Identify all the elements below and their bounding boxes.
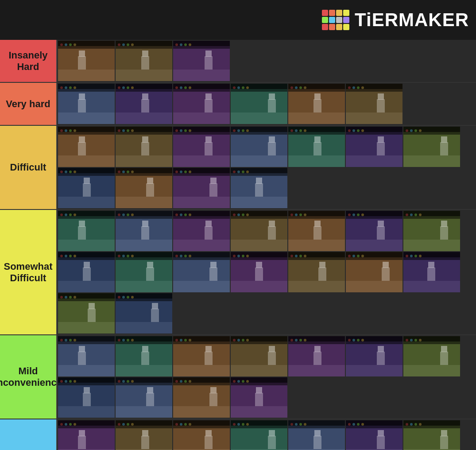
- list-item[interactable]: [346, 211, 402, 251]
- svg-rect-149: [346, 127, 402, 132]
- list-item[interactable]: [231, 377, 287, 418]
- svg-rect-251: [346, 240, 402, 251]
- list-item[interactable]: [58, 127, 115, 167]
- svg-rect-232: [268, 226, 276, 240]
- tier-row-somewhat-difficult: Somewhat Difficult: [0, 210, 476, 335]
- svg-rect-512: [313, 436, 321, 449]
- list-item[interactable]: [58, 41, 115, 81]
- svg-rect-359: [116, 293, 172, 299]
- svg-rect-93: [79, 136, 85, 143]
- tier-content-easy[interactable]: [56, 419, 476, 450]
- list-item[interactable]: [288, 211, 345, 251]
- list-item[interactable]: [173, 41, 230, 81]
- list-item[interactable]: [116, 211, 172, 251]
- svg-rect-212: [141, 226, 149, 240]
- svg-rect-233: [269, 221, 275, 227]
- svg-rect-513: [314, 430, 321, 436]
- list-item[interactable]: [58, 293, 115, 334]
- list-item[interactable]: [231, 252, 287, 292]
- svg-rect-123: [269, 136, 275, 143]
- list-item[interactable]: [403, 420, 460, 450]
- svg-rect-283: [147, 262, 153, 268]
- list-item[interactable]: [58, 377, 115, 418]
- list-item[interactable]: [231, 420, 287, 450]
- svg-rect-392: [268, 352, 276, 365]
- list-item[interactable]: [231, 168, 287, 208]
- list-item[interactable]: [116, 336, 172, 376]
- list-item[interactable]: [403, 336, 460, 376]
- svg-rect-322: [382, 268, 390, 281]
- svg-rect-9: [58, 41, 115, 46]
- tier-content-mild-inconvenience[interactable]: [56, 335, 476, 419]
- svg-rect-262: [440, 226, 448, 240]
- list-item[interactable]: [58, 252, 115, 292]
- list-item[interactable]: [173, 336, 230, 376]
- list-item[interactable]: [403, 127, 460, 167]
- list-item[interactable]: [58, 84, 115, 124]
- list-item[interactable]: [288, 336, 345, 376]
- svg-rect-499: [173, 420, 230, 426]
- list-item[interactable]: [231, 336, 287, 376]
- list-item[interactable]: [288, 420, 345, 450]
- list-item[interactable]: [173, 84, 230, 124]
- list-item[interactable]: [116, 127, 172, 167]
- list-item[interactable]: [116, 420, 172, 450]
- svg-rect-339: [403, 252, 460, 257]
- list-item[interactable]: [346, 420, 402, 450]
- svg-rect-69: [231, 84, 287, 89]
- list-item[interactable]: [116, 377, 172, 418]
- list-item[interactable]: [173, 420, 230, 450]
- list-item[interactable]: [346, 127, 402, 167]
- list-item[interactable]: [116, 293, 172, 334]
- svg-rect-341: [58, 322, 115, 334]
- list-item[interactable]: [173, 211, 230, 251]
- list-item[interactable]: [231, 84, 287, 124]
- svg-rect-441: [116, 406, 172, 418]
- list-item[interactable]: [58, 168, 115, 208]
- svg-rect-163: [84, 178, 90, 184]
- svg-rect-343: [89, 303, 95, 309]
- list-item[interactable]: [403, 252, 460, 292]
- list-item[interactable]: [173, 252, 230, 292]
- svg-rect-269: [403, 211, 460, 216]
- list-item[interactable]: [173, 127, 230, 167]
- list-item[interactable]: [288, 127, 345, 167]
- tier-content-somewhat-difficult[interactable]: [56, 210, 476, 334]
- svg-rect-381: [173, 365, 230, 376]
- tier-content-very-hard[interactable]: [56, 83, 476, 125]
- list-item[interactable]: [173, 377, 230, 418]
- svg-rect-153: [441, 136, 447, 143]
- svg-rect-142: [377, 142, 385, 155]
- list-item[interactable]: [231, 211, 287, 251]
- logo-cell-9: [329, 24, 335, 30]
- list-item[interactable]: [346, 336, 402, 376]
- list-item[interactable]: [346, 252, 402, 292]
- svg-rect-293: [210, 262, 217, 268]
- svg-rect-529: [346, 420, 402, 426]
- svg-rect-519: [288, 420, 345, 426]
- list-item[interactable]: [288, 252, 345, 292]
- tier-content-insanely-hard[interactable]: [56, 40, 476, 82]
- list-item[interactable]: [116, 168, 172, 208]
- svg-rect-299: [173, 252, 230, 257]
- list-item[interactable]: [58, 420, 115, 450]
- tiermaker-logo: TiERMAKER: [322, 9, 469, 31]
- tier-content-difficult[interactable]: [56, 126, 476, 209]
- list-item[interactable]: [58, 336, 115, 376]
- svg-rect-253: [378, 221, 384, 227]
- svg-rect-503: [269, 430, 275, 436]
- tier-label-somewhat-difficult: Somewhat Difficult: [0, 210, 56, 334]
- logo-cell-0: [322, 10, 328, 16]
- list-item[interactable]: [288, 84, 345, 124]
- list-item[interactable]: [58, 211, 115, 251]
- list-item[interactable]: [116, 84, 172, 124]
- list-item[interactable]: [403, 211, 460, 251]
- list-item[interactable]: [173, 168, 230, 208]
- list-item[interactable]: [231, 127, 287, 167]
- list-item[interactable]: [346, 84, 402, 124]
- svg-rect-179: [116, 168, 172, 173]
- svg-rect-211: [116, 240, 172, 251]
- svg-rect-112: [205, 142, 213, 155]
- list-item[interactable]: [116, 252, 172, 292]
- list-item[interactable]: [116, 41, 172, 81]
